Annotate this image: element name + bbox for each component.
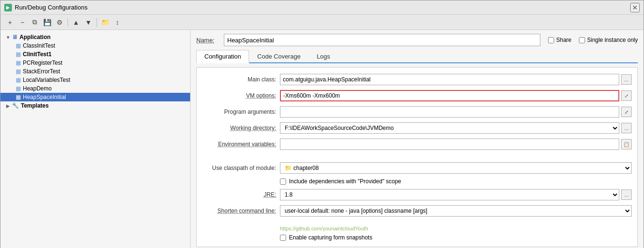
move-down-button[interactable]: ▼	[83, 17, 94, 28]
right-panel: Name: Share Single instance only Confi	[191, 30, 644, 248]
shorten-cmd-label: Shorten command line:	[202, 208, 276, 214]
tree-item-clinit[interactable]: ▦ ClinitTest1	[0, 50, 190, 59]
tab-configuration[interactable]: Configuration	[196, 50, 249, 63]
main-class-browse-button[interactable]: …	[621, 74, 632, 85]
title-bar: ▶ Run/Debug Configurations ✕	[0, 0, 644, 15]
enable-snapshots-checkbox[interactable]	[280, 235, 286, 241]
clinit-icon: ▦	[16, 51, 21, 58]
env-vars-label: Environment variables:	[202, 141, 276, 148]
stackerror-icon: ▦	[16, 68, 21, 75]
working-dir-row: Working directory: F:\IDEAWorkSpaceSourc…	[202, 122, 632, 134]
right-checkboxes: Share Single instance only	[548, 37, 638, 43]
name-input[interactable]	[224, 34, 540, 46]
program-args-input[interactable]	[280, 106, 619, 118]
name-label: Name:	[196, 37, 220, 44]
toolbar: + − ⧉ 💾 ⚙ ▲ ▼ 📁 ↕	[0, 15, 644, 30]
copy-button[interactable]: ⧉	[29, 17, 40, 28]
program-args-row: Program arguments: ⤢	[202, 106, 632, 118]
heapdemo-icon: ▦	[16, 85, 21, 92]
tree-item-application[interactable]: ▼ 🖥 Application	[0, 33, 190, 41]
expand-templates-icon[interactable]: ▶	[4, 103, 12, 109]
working-dir-select[interactable]: F:\IDEAWorkSpaceSourceCode\JVMDemo	[280, 122, 619, 134]
stackerror-label: StackErrorTest	[23, 68, 60, 75]
close-button[interactable]: ✕	[630, 3, 640, 12]
env-vars-input[interactable]	[280, 139, 619, 150]
left-panel: ▼ 🖥 Application ▦ ClassInitTest ▦ Clinit…	[0, 30, 191, 248]
classinit-icon: ▦	[16, 42, 21, 49]
env-vars-browse-button[interactable]: 📋	[621, 139, 632, 149]
program-args-expand-button[interactable]: ⤢	[621, 107, 632, 117]
classpath-label: Use classpath of module:	[202, 165, 276, 171]
jre-browse-button[interactable]: …	[621, 189, 632, 200]
sort-button[interactable]: ↕	[112, 17, 123, 28]
tree-item-localvars[interactable]: ▦ LocalVariablesTest	[0, 76, 190, 84]
tree-item-stackerror[interactable]: ▦ StackErrorTest	[0, 67, 190, 76]
vm-options-expand-button[interactable]: ⤢	[621, 90, 632, 101]
vm-options-label: VM options:	[202, 92, 276, 99]
jre-row: JRE: 1.8 …	[202, 188, 632, 201]
tree-item-pcregister[interactable]: ▦ PCRegisterTest	[0, 59, 190, 67]
share-label: Share	[556, 37, 571, 43]
top-row: Name: Share Single instance only	[196, 34, 638, 46]
tabs: Configuration Code Coverage Logs	[196, 50, 638, 63]
vm-options-input[interactable]	[280, 90, 619, 101]
working-dir-label: Working directory:	[202, 125, 276, 131]
single-instance-checkbox[interactable]	[579, 37, 585, 43]
main-class-input[interactable]	[280, 74, 619, 85]
jre-input-wrap: 1.8 …	[280, 189, 632, 200]
templates-icon: 🔧	[12, 102, 19, 109]
tree-item-heapdemo[interactable]: ▦ HeapDemo	[0, 84, 190, 93]
add-button[interactable]: +	[4, 17, 16, 28]
application-icon: 🖥	[12, 34, 18, 40]
window-title: Run/Debug Configurations	[15, 4, 87, 11]
heapdemo-label: HeapDemo	[23, 85, 52, 92]
working-dir-input-wrap: F:\IDEAWorkSpaceSourceCode\JVMDemo …	[280, 122, 632, 134]
classpath-select-wrap: 📁 chapter08	[280, 162, 632, 174]
tree-item-templates[interactable]: ▶ 🔧 Templates	[0, 101, 190, 110]
classpath-select[interactable]: 📁 chapter08	[280, 162, 632, 174]
folder-button[interactable]: 📁	[99, 17, 111, 28]
main-window: ▶ Run/Debug Configurations ✕ + − ⧉ 💾 ⚙ ▲…	[0, 0, 644, 248]
name-row: Name:	[196, 34, 540, 46]
watermark-text: https://github.com/younaintcloudYouth	[280, 226, 368, 231]
tab-logs[interactable]: Logs	[308, 50, 338, 62]
move-up-button[interactable]: ▲	[70, 17, 82, 28]
save-button[interactable]: 💾	[41, 17, 53, 28]
tab-code-coverage[interactable]: Code Coverage	[249, 50, 308, 62]
jre-select[interactable]: 1.8	[280, 189, 619, 200]
shorten-cmd-select[interactable]: user-local default: none - java [options…	[280, 205, 632, 217]
enable-snapshots-label[interactable]: Enable capturing form snapshots	[289, 234, 372, 241]
localvars-icon: ▦	[16, 77, 21, 83]
clinit-label: ClinitTest1	[23, 51, 51, 58]
tree-item-heapspaceinitial[interactable]: ▦ HeapSpaceInitial	[0, 93, 190, 101]
classpath-row: Use classpath of module: 📁 chapter08	[202, 162, 632, 174]
include-deps-label[interactable]: Include dependencies with "Provided" sco…	[289, 178, 401, 185]
program-args-input-wrap: ⤢	[280, 106, 632, 118]
classinit-label: ClassInitTest	[23, 42, 55, 49]
settings-button[interactable]: ⚙	[54, 17, 65, 28]
title-bar-left: ▶ Run/Debug Configurations	[4, 4, 87, 11]
vm-options-input-wrap: ⤢	[280, 90, 632, 101]
pcregister-icon: ▦	[16, 60, 21, 66]
tree-item-classinittext[interactable]: ▦ ClassInitTest	[0, 41, 190, 50]
single-instance-label: Single instance only	[587, 37, 638, 43]
working-dir-browse-button[interactable]: …	[621, 123, 632, 133]
pcregister-label: PCRegisterTest	[23, 60, 62, 66]
vm-options-row: VM options: ⤢	[202, 89, 632, 102]
env-vars-input-wrap: 📋	[280, 139, 632, 150]
jre-label: JRE:	[202, 191, 276, 198]
toolbar-separator	[67, 18, 68, 27]
remove-button[interactable]: −	[17, 17, 28, 28]
share-checkbox[interactable]	[548, 37, 554, 43]
main-class-label: Main class:	[202, 76, 276, 83]
expand-application-icon[interactable]: ▼	[4, 35, 12, 40]
program-args-label: Program arguments:	[202, 109, 276, 115]
shorten-cmd-select-wrap: user-local default: none - java [options…	[280, 205, 632, 217]
include-deps-checkbox[interactable]	[280, 179, 286, 185]
toolbar-separator-2	[96, 18, 97, 27]
single-instance-checkbox-label[interactable]: Single instance only	[579, 37, 638, 43]
env-vars-row: Environment variables: 📋	[202, 138, 632, 150]
heapspaceinitial-label: HeapSpaceInitial	[23, 94, 66, 100]
shorten-cmd-row: Shorten command line: user-local default…	[202, 205, 632, 217]
share-checkbox-label[interactable]: Share	[548, 37, 571, 43]
